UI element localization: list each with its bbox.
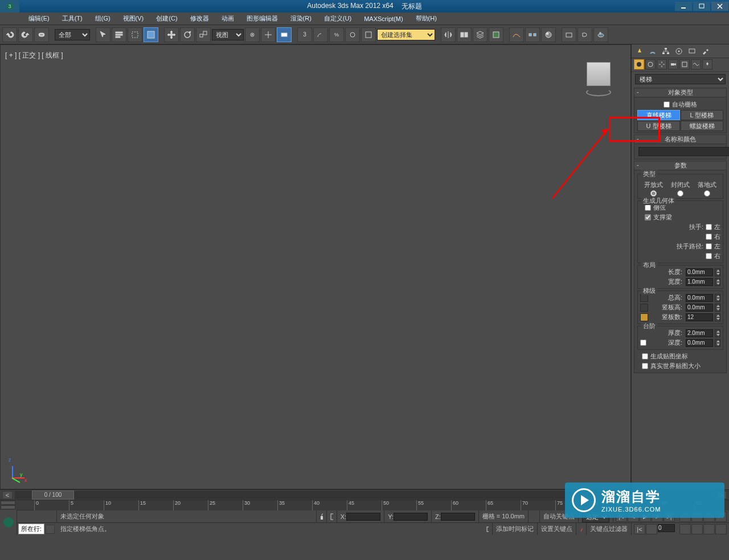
- snap-toggle-button[interactable]: 3: [297, 27, 312, 42]
- l-stair-button[interactable]: L 型楼梯: [681, 110, 723, 120]
- x-coord-input[interactable]: [346, 513, 380, 521]
- orbit-button[interactable]: [691, 524, 703, 534]
- width-spinner[interactable]: [715, 278, 720, 286]
- trackbar-toggle-1[interactable]: [1, 501, 15, 505]
- ref-coord-system[interactable]: 视图: [212, 29, 244, 40]
- manipulate-button[interactable]: [261, 27, 276, 42]
- render-setup-button[interactable]: [562, 27, 576, 42]
- overall-spinner[interactable]: [715, 294, 720, 302]
- time-tag-button[interactable]: [482, 523, 493, 535]
- timeslider-prev[interactable]: <: [2, 491, 13, 499]
- side-chord-checkbox[interactable]: [645, 205, 651, 211]
- real-world-checkbox[interactable]: [642, 363, 648, 369]
- window-crossing-button[interactable]: [144, 27, 158, 42]
- rail-path-left-checkbox[interactable]: [706, 243, 712, 250]
- display-tab[interactable]: [686, 46, 698, 56]
- key-filters-button[interactable]: 关键点过滤器: [587, 523, 632, 535]
- riserht-lock[interactable]: [640, 304, 648, 312]
- autogrid-checkbox[interactable]: [664, 101, 670, 108]
- link-button[interactable]: [34, 27, 49, 42]
- scale-button[interactable]: [196, 27, 211, 42]
- layers-button[interactable]: [473, 27, 488, 42]
- rail-path-right-checkbox[interactable]: [706, 253, 712, 259]
- select-by-name-button[interactable]: [112, 27, 126, 42]
- menu-animation[interactable]: 动画: [216, 13, 240, 24]
- material-editor-button[interactable]: [541, 27, 556, 42]
- angle-snap-button[interactable]: [313, 27, 328, 42]
- spacewarps-tab[interactable]: [691, 59, 701, 70]
- overall-input[interactable]: [686, 294, 713, 302]
- curve-editor-button[interactable]: [509, 27, 524, 42]
- name-color-header[interactable]: -名称和颜色: [634, 135, 726, 144]
- select-object-button[interactable]: [96, 27, 110, 42]
- transform-typein-button[interactable]: [327, 510, 337, 522]
- maxscript-mini-listener-icon[interactable]: [0, 510, 17, 535]
- close-button[interactable]: [711, 2, 728, 11]
- category-dropdown[interactable]: 楼梯: [635, 74, 726, 84]
- y-coord-input[interactable]: [394, 513, 428, 521]
- keyboard-shortcut-button[interactable]: [277, 27, 292, 42]
- length-spinner[interactable]: [715, 268, 720, 276]
- depth-input[interactable]: [686, 339, 713, 347]
- object-name-input[interactable]: [638, 147, 729, 156]
- handrail-right-checkbox[interactable]: [706, 234, 712, 240]
- undo-button[interactable]: [2, 27, 17, 42]
- geometry-tab[interactable]: [634, 59, 644, 70]
- type-closed-radio[interactable]: [677, 190, 683, 197]
- render-button[interactable]: [593, 27, 608, 42]
- menu-maxscript[interactable]: MAXScript(M): [358, 14, 408, 23]
- pivot-center-button[interactable]: [245, 27, 260, 42]
- gen-mapping-checkbox[interactable]: [642, 353, 648, 359]
- u-stair-button[interactable]: U 型楼梯: [637, 121, 680, 131]
- render-frame-button[interactable]: [578, 27, 592, 42]
- trackbar-toggle-2[interactable]: [1, 505, 15, 509]
- cameras-tab[interactable]: [668, 59, 678, 70]
- hierarchy-tab[interactable]: [660, 46, 671, 56]
- create-tab[interactable]: [634, 46, 645, 56]
- motion-tab[interactable]: [673, 46, 685, 56]
- graphite-button[interactable]: [489, 27, 503, 42]
- object-type-header[interactable]: -对象类型: [634, 88, 726, 97]
- helpers-tab[interactable]: [679, 59, 690, 70]
- menu-help[interactable]: 帮助(H): [410, 13, 443, 24]
- setkey-button[interactable]: 设置关键点: [538, 523, 576, 535]
- time-slider-handle[interactable]: 0 / 100: [32, 490, 74, 500]
- depth-spinner[interactable]: [715, 339, 720, 347]
- add-time-tag-label[interactable]: 添加时间标记: [493, 523, 538, 535]
- thickness-spinner[interactable]: [715, 329, 720, 337]
- redo-button[interactable]: [18, 27, 33, 42]
- key-step-back-button[interactable]: |<: [634, 524, 645, 534]
- schematic-view-button[interactable]: [525, 27, 540, 42]
- menu-tools[interactable]: 工具(T): [56, 13, 88, 24]
- percent-snap-button[interactable]: %: [329, 27, 344, 42]
- align-button[interactable]: [457, 27, 472, 42]
- viewport[interactable]: [ + ] [ 正交 ] [ 线框 ] zxy: [0, 44, 631, 489]
- menu-views[interactable]: 视图(V): [117, 13, 150, 24]
- menu-customize[interactable]: 自定义(U): [318, 13, 357, 24]
- thickness-input[interactable]: [686, 329, 713, 337]
- systems-tab[interactable]: [702, 59, 712, 70]
- listener-toggle[interactable]: [46, 525, 55, 534]
- menu-grapheditors[interactable]: 图形编辑器: [241, 13, 284, 24]
- rect-region-button[interactable]: [128, 27, 142, 42]
- named-selection-sets[interactable]: 创建选择集: [377, 29, 435, 40]
- selection-filter[interactable]: 全部: [55, 29, 90, 40]
- menu-edit[interactable]: 编辑(E): [23, 13, 55, 24]
- shapes-tab[interactable]: [645, 59, 656, 70]
- time-config-button[interactable]: [646, 524, 657, 534]
- depth-enable-checkbox[interactable]: [640, 340, 646, 346]
- handrail-left-checkbox[interactable]: [706, 224, 712, 230]
- pan-button[interactable]: [679, 524, 691, 534]
- key-mode-icon[interactable]: [580, 526, 583, 533]
- spiral-stair-button[interactable]: 螺旋楼梯: [681, 121, 723, 131]
- spinner-snap-button[interactable]: [345, 27, 360, 42]
- maximize-button[interactable]: [693, 2, 710, 11]
- menu-render[interactable]: 渲染(R): [285, 13, 317, 24]
- straight-stair-button[interactable]: 直线楼梯: [637, 110, 680, 120]
- menu-modifiers[interactable]: 修改器: [185, 13, 215, 24]
- riserct-lock[interactable]: [640, 313, 648, 321]
- edit-named-sel-button[interactable]: [361, 27, 376, 42]
- mirror-button[interactable]: [441, 27, 456, 42]
- current-frame-input[interactable]: [658, 524, 675, 532]
- riserht-input[interactable]: [686, 304, 713, 312]
